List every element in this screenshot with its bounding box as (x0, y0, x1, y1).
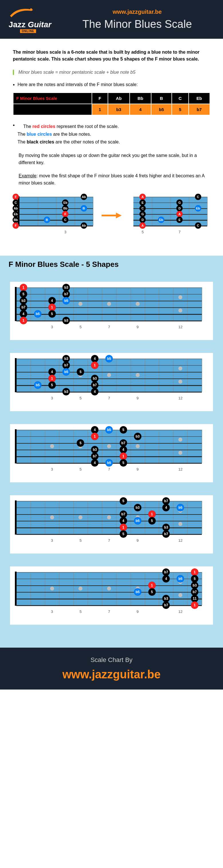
scale-dot: b5 (63, 368, 70, 376)
logo-tag: ONLINE (20, 29, 36, 33)
fret-number: 3 (51, 325, 53, 329)
shape-diagram: b34b5b714b551b3b55b7b34357912 (10, 353, 213, 411)
scale-dot: Ab (81, 222, 87, 229)
fret-number: 3 (64, 230, 66, 234)
scale-dot: b5 (134, 517, 141, 525)
fret-number: 5 (80, 538, 82, 542)
scale-dot: 5 (77, 368, 84, 376)
site-url: www.jazzguitar.be (60, 9, 214, 15)
note-header: Ab (108, 93, 130, 104)
fret-number: 7 (108, 325, 110, 329)
scale-dot: b5 (105, 459, 113, 467)
svg-point-0 (31, 9, 32, 10)
scale-dot: Bb (12, 217, 19, 223)
scale-dot: 5 (148, 517, 156, 525)
interval-cell: 4 (130, 104, 151, 115)
table-row: 1b34b55b7 (13, 104, 210, 115)
interval-cell: b7 (189, 104, 210, 115)
scale-dot: G (176, 199, 183, 206)
table-title: F Minor Blues Scale (13, 93, 92, 104)
scale-dot: b5 (34, 310, 41, 318)
scale-dot: Eb (158, 217, 164, 223)
scale-dot: b5 (177, 504, 184, 511)
fret-number: 7 (108, 610, 110, 614)
svg-marker-2 (116, 213, 122, 218)
content-area: The minor blues scale is a 6-note scale … (0, 39, 223, 256)
scale-dot: b3 (134, 433, 141, 440)
scale-dot: F (12, 194, 19, 200)
shapes-wrapper: 1b35b7b34b5b714b551b3357912b34b5b714b551… (0, 273, 223, 648)
fret-number: 9 (137, 538, 139, 542)
scale-dot: C (139, 205, 146, 212)
example-text: Example: move the first shape of the F m… (18, 172, 210, 187)
scale-dot: Ab (12, 205, 19, 212)
page-title: The Minor Blues Scale (60, 18, 214, 30)
fret-number: 5 (80, 467, 82, 471)
interval-cell: b5 (151, 104, 172, 115)
scale-dot: b3 (63, 317, 70, 324)
page-header: Jazz Guitar ONLINE www.jazzguitar.be The… (0, 0, 223, 39)
fret-number: 5 (142, 230, 144, 234)
footer-url: www.jazzguitar.be (9, 668, 214, 681)
scale-dot: b5 (63, 297, 70, 305)
scale-dot: 5 (48, 381, 56, 389)
fret-number: 7 (108, 396, 110, 400)
fret-number: 3 (51, 610, 53, 614)
scale-dot: 1 (91, 433, 99, 440)
scale-table: F Minor Blues ScaleFAbBbBCEb 1b34b55b7 (13, 92, 210, 115)
scale-dot: b3 (134, 504, 141, 511)
fret-number: 12 (178, 396, 182, 400)
scale-dot: b3 (63, 388, 70, 395)
arrow-icon (102, 213, 122, 218)
interval-cell: 1 (92, 104, 108, 115)
shape-diagram: 4b551b35b7b34b714b55357912 (10, 424, 213, 482)
scale-dot: 4 (91, 459, 99, 467)
legend: The red circles represent the root of th… (17, 123, 120, 146)
scale-dot: D (139, 217, 146, 223)
scale-dot: b7 (162, 530, 170, 538)
fret-number: 12 (178, 538, 182, 542)
example-fretboard-a: ACEGCDEbGADEbEAC57 (127, 194, 210, 237)
fret-number: 5 (80, 325, 82, 329)
scale-dot: 5 (120, 459, 127, 467)
scale-dot: A (139, 222, 146, 229)
scale-dot: A (176, 211, 183, 217)
interval-cell: 5 (172, 104, 189, 115)
scale-dot: F (62, 211, 68, 217)
interval-cell: b3 (108, 104, 130, 115)
scale-dot: Ab (81, 194, 87, 200)
note-header: Bb (130, 93, 151, 104)
scale-dot: 1 (20, 317, 27, 324)
page-footer: Scale Chart By www.jazzguitar.be (0, 648, 223, 689)
scale-dot: B (81, 205, 87, 212)
guitar-swoosh-icon (9, 6, 34, 20)
scale-dot: 5 (120, 530, 127, 538)
fret-number: 9 (137, 467, 139, 471)
section-title: F Minor Blues Scale - 5 Shapes (0, 256, 223, 273)
scale-dot: F (12, 222, 19, 229)
shape-diagram: 1b35b7b34b5b714b551b3357912 (10, 282, 213, 340)
shift-text: By moving the scale shapes up or down th… (18, 152, 210, 166)
fret-number: 9 (137, 325, 139, 329)
bullet-legend: The red circles represent the root of th… (13, 123, 210, 146)
scale-dot: E (176, 217, 183, 223)
scale-dot: E (139, 199, 146, 206)
note-header: C (172, 93, 189, 104)
note-header: F (92, 93, 108, 104)
scale-dot: b5 (34, 381, 41, 389)
scale-dot: A (139, 194, 146, 200)
scale-dot: b5 (105, 426, 113, 434)
scale-dot: B (44, 217, 50, 223)
fret-number: 9 (137, 396, 139, 400)
scale-dot: Eb (62, 199, 68, 206)
intro-text: The minor blues scale is a 6-note scale … (13, 49, 210, 63)
scale-dot: Eb (12, 211, 19, 217)
fret-number: 12 (178, 325, 182, 329)
scale-dot: 1 (91, 362, 99, 369)
fret-number: 12 (178, 610, 182, 614)
note-header: Eb (189, 93, 210, 104)
fret-number: 7 (108, 467, 110, 471)
scale-dot: 1 (191, 601, 198, 609)
scale-dot: G (139, 211, 146, 217)
scale-dot: b5 (134, 588, 141, 596)
